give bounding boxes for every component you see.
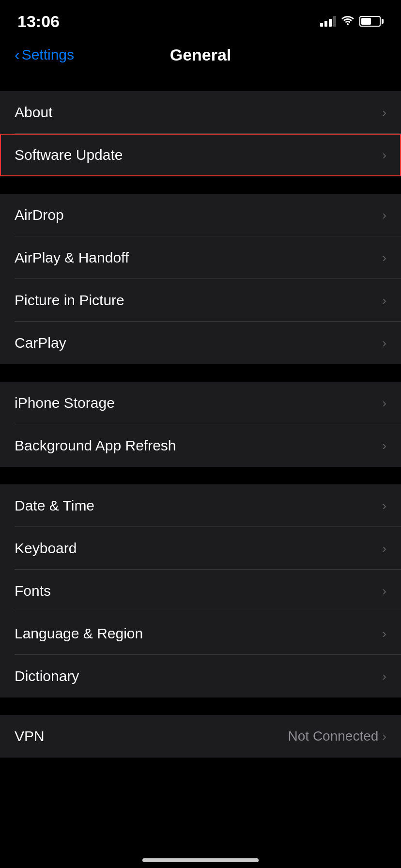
status-bar: 13:06 — [0, 0, 401, 39]
chevron-right-icon: › — [382, 396, 386, 411]
chevron-right-icon: › — [382, 105, 386, 120]
chevron-right-icon: › — [382, 148, 386, 163]
bottom-spacer — [0, 758, 401, 806]
background-app-refresh-label: Background App Refresh — [15, 437, 176, 454]
section-gap-2 — [0, 176, 401, 194]
settings-group-2: AirDrop › AirPlay & Handoff › Picture in… — [0, 194, 401, 364]
chevron-right-icon: › — [382, 250, 386, 265]
wifi-icon — [341, 15, 355, 28]
fonts-label: Fonts — [15, 583, 51, 599]
list-item[interactable]: AirDrop › — [0, 194, 401, 236]
chevron-right-icon: › — [382, 438, 386, 453]
chevron-right-icon: › — [382, 584, 386, 599]
list-item[interactable]: Dictionary › — [0, 655, 401, 698]
dictionary-label: Dictionary — [15, 668, 79, 684]
chevron-right-icon: › — [382, 293, 386, 308]
airdrop-label: AirDrop — [15, 207, 64, 223]
list-item[interactable]: Software Update › — [0, 134, 401, 176]
list-item[interactable]: Fonts › — [0, 570, 401, 612]
nav-bar: ‹ Settings General — [0, 39, 401, 74]
home-indicator — [142, 858, 259, 862]
settings-group-4: Date & Time › Keyboard › Fonts › Languag… — [0, 484, 401, 698]
list-item[interactable]: iPhone Storage › — [0, 382, 401, 424]
status-time: 13:06 — [17, 12, 60, 31]
chevron-right-icon: › — [382, 541, 386, 556]
status-icons — [320, 15, 384, 28]
section-gap-3 — [0, 364, 401, 382]
airplay-handoff-label: AirPlay & Handoff — [15, 249, 129, 266]
chevron-right-icon: › — [382, 498, 386, 513]
chevron-right-icon: › — [382, 626, 386, 641]
vpn-label: VPN — [15, 728, 45, 744]
list-item[interactable]: AirPlay & Handoff › — [0, 236, 401, 279]
chevron-right-icon: › — [382, 208, 386, 223]
language-region-label: Language & Region — [15, 625, 143, 642]
list-item[interactable]: Background App Refresh › — [0, 424, 401, 467]
chevron-right-icon: › — [382, 669, 386, 684]
picture-in-picture-label: Picture in Picture — [15, 292, 124, 309]
signal-icon — [320, 16, 336, 27]
list-item[interactable]: VPN Not Connected › — [0, 715, 401, 758]
chevron-right-icon: › — [382, 729, 386, 744]
list-item[interactable]: CarPlay › — [0, 322, 401, 364]
settings-group-3: iPhone Storage › Background App Refresh … — [0, 382, 401, 467]
software-update-label: Software Update — [15, 147, 123, 163]
vpn-status: Not Connected — [288, 728, 379, 744]
back-chevron-icon: ‹ — [15, 46, 20, 64]
list-item[interactable]: Keyboard › — [0, 527, 401, 570]
iphone-storage-label: iPhone Storage — [15, 395, 115, 411]
list-item[interactable]: Date & Time › — [0, 484, 401, 527]
back-button[interactable]: ‹ Settings — [15, 46, 74, 64]
section-gap-4 — [0, 467, 401, 484]
section-gap-5 — [0, 698, 401, 715]
settings-group-1: About › Software Update › — [0, 91, 401, 176]
section-gap-1 — [0, 74, 401, 91]
keyboard-label: Keyboard — [15, 540, 77, 557]
carplay-label: CarPlay — [15, 335, 66, 351]
list-item[interactable]: Language & Region › — [0, 612, 401, 655]
list-item[interactable]: About › — [0, 91, 401, 134]
back-label: Settings — [22, 46, 74, 63]
about-label: About — [15, 104, 52, 121]
settings-group-5: VPN Not Connected › — [0, 715, 401, 758]
list-item[interactable]: Picture in Picture › — [0, 279, 401, 322]
battery-icon — [359, 16, 384, 27]
date-time-label: Date & Time — [15, 497, 94, 514]
chevron-right-icon: › — [382, 336, 386, 351]
page-title: General — [170, 46, 231, 64]
